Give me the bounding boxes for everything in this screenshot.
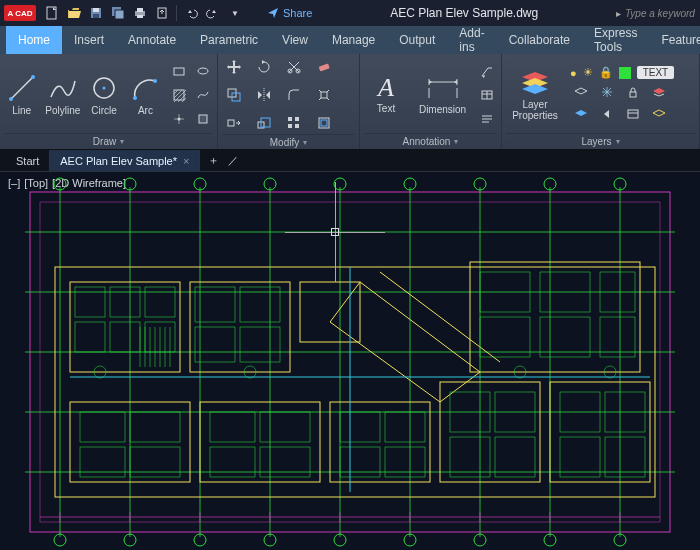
tool-line[interactable]: Line [4, 73, 39, 116]
tool-arc[interactable]: Arc [128, 73, 163, 116]
line-icon [7, 73, 37, 103]
fillet-icon[interactable] [282, 84, 306, 106]
qat-open-icon[interactable] [64, 3, 84, 23]
panel-title-modify[interactable]: Modify [222, 134, 355, 149]
svg-rect-2 [93, 8, 99, 12]
qat-saveall-icon[interactable] [108, 3, 128, 23]
layer-match-icon[interactable] [648, 83, 670, 101]
svg-line-10 [11, 77, 33, 99]
move-icon[interactable] [222, 56, 246, 78]
layer-off-icon[interactable] [570, 83, 592, 101]
svg-rect-114 [385, 447, 425, 477]
ribbon-tab-annotate[interactable]: Annotate [116, 26, 188, 54]
panel-title-draw[interactable]: Draw [4, 133, 213, 149]
qat-save-icon[interactable] [86, 3, 106, 23]
layer-isolate-icon[interactable] [570, 105, 592, 123]
panel-title-annotation[interactable]: Annotation [364, 133, 497, 149]
tool-polyline[interactable]: Polyline [45, 73, 80, 116]
svg-rect-42 [628, 110, 638, 118]
ribbon-tab-manage[interactable]: Manage [320, 26, 387, 54]
scale-icon[interactable] [252, 112, 276, 134]
app-logo[interactable]: A CAD [4, 5, 36, 21]
svg-rect-5 [115, 10, 124, 19]
point-icon[interactable] [169, 109, 189, 129]
ribbon-tab-featured[interactable]: Feature [649, 26, 700, 54]
layer-state-icon[interactable] [622, 105, 644, 123]
svg-rect-36 [321, 120, 327, 126]
title-bar: A CAD ▼ Share AEC Plan Elev Sample.dwg T… [0, 0, 700, 26]
ribbon-tab-home[interactable]: Home [6, 26, 62, 54]
panel-title-layers[interactable]: Layers [506, 133, 695, 149]
svg-rect-34 [295, 124, 299, 128]
current-layer-name[interactable]: TEXT [637, 66, 675, 79]
erase-icon[interactable] [312, 56, 336, 78]
lightbulb-on-icon[interactable]: ● [570, 67, 577, 79]
qat-publish-icon[interactable] [152, 3, 172, 23]
layer-color-swatch[interactable] [619, 67, 631, 79]
qat-redo-icon[interactable] [203, 3, 223, 23]
layer-freeze-icon[interactable] [596, 83, 618, 101]
svg-rect-87 [75, 287, 105, 317]
ribbon: Line Polyline Circle Arc [0, 54, 700, 150]
search-input[interactable]: Type a keyword [616, 8, 696, 19]
hatch-icon[interactable] [169, 85, 189, 105]
copy-icon[interactable] [222, 84, 246, 106]
trim-icon[interactable] [282, 56, 306, 78]
ellipse-icon[interactable] [193, 61, 213, 81]
svg-rect-8 [137, 15, 143, 18]
ribbon-tab-view[interactable]: View [270, 26, 320, 54]
floorplan-drawing [0, 172, 700, 550]
ribbon-tab-parametric[interactable]: Parametric [188, 26, 270, 54]
tool-circle[interactable]: Circle [87, 73, 122, 116]
qat-dropdown-icon[interactable]: ▼ [225, 3, 245, 23]
svg-rect-90 [75, 322, 105, 352]
explode-icon[interactable] [312, 84, 336, 106]
svg-rect-122 [605, 437, 645, 477]
arc-icon [130, 73, 160, 103]
svg-rect-111 [340, 412, 380, 442]
tab-overflow-icon[interactable]: ／ [220, 150, 246, 171]
ribbon-tab-insert[interactable]: Insert [62, 26, 116, 54]
share-button[interactable]: Share [267, 7, 312, 19]
layer-walk-icon[interactable] [648, 105, 670, 123]
tool-layer-properties[interactable]: Layer Properties [506, 69, 564, 121]
rotate-icon[interactable] [252, 56, 276, 78]
svg-rect-107 [210, 412, 255, 442]
qat-new-icon[interactable] [42, 3, 62, 23]
svg-rect-106 [130, 447, 180, 477]
svg-rect-78 [70, 282, 180, 372]
ribbon-tab-output[interactable]: Output [387, 26, 447, 54]
svg-rect-28 [228, 120, 234, 126]
ribbon-tab-collaborate[interactable]: Collaborate [497, 26, 582, 54]
table-icon[interactable] [477, 85, 497, 105]
tool-dimension[interactable]: Dimension [414, 74, 471, 115]
layer-previous-icon[interactable] [596, 105, 618, 123]
array-icon[interactable] [282, 112, 306, 134]
svg-rect-108 [260, 412, 310, 442]
qat-undo-icon[interactable] [181, 3, 201, 23]
sun-icon[interactable]: ☀ [583, 66, 593, 79]
file-tab-aec[interactable]: AEC Plan Elev Sample* × [50, 150, 200, 171]
ribbon-tab-expresstools[interactable]: Express Tools [582, 26, 649, 54]
file-tab-start[interactable]: Start [6, 150, 50, 171]
panel-annotation: A Text Dimension Annotation [360, 54, 502, 149]
region-icon[interactable] [193, 109, 213, 129]
lock-icon[interactable]: 🔒 [599, 66, 613, 79]
window-title: AEC Plan Elev Sample.dwg [314, 6, 614, 20]
ribbon-tab-addins[interactable]: Add-ins [447, 26, 496, 54]
svg-rect-19 [174, 90, 184, 100]
tool-text[interactable]: A Text [364, 75, 408, 114]
mirror-icon[interactable] [252, 84, 276, 106]
spline-icon[interactable] [193, 85, 213, 105]
close-tab-icon[interactable]: × [183, 155, 189, 167]
drawing-canvas[interactable]: [–][Top][2D Wireframe] [0, 172, 700, 550]
qat-print-icon[interactable] [130, 3, 150, 23]
leader-icon[interactable] [477, 61, 497, 81]
mtext-icon[interactable] [477, 109, 497, 129]
layer-lock-icon[interactable] [622, 83, 644, 101]
svg-rect-101 [540, 317, 590, 357]
offset-icon[interactable] [312, 112, 336, 134]
share-label: Share [283, 7, 312, 19]
rectangle-icon[interactable] [169, 61, 189, 81]
stretch-icon[interactable] [222, 112, 246, 134]
